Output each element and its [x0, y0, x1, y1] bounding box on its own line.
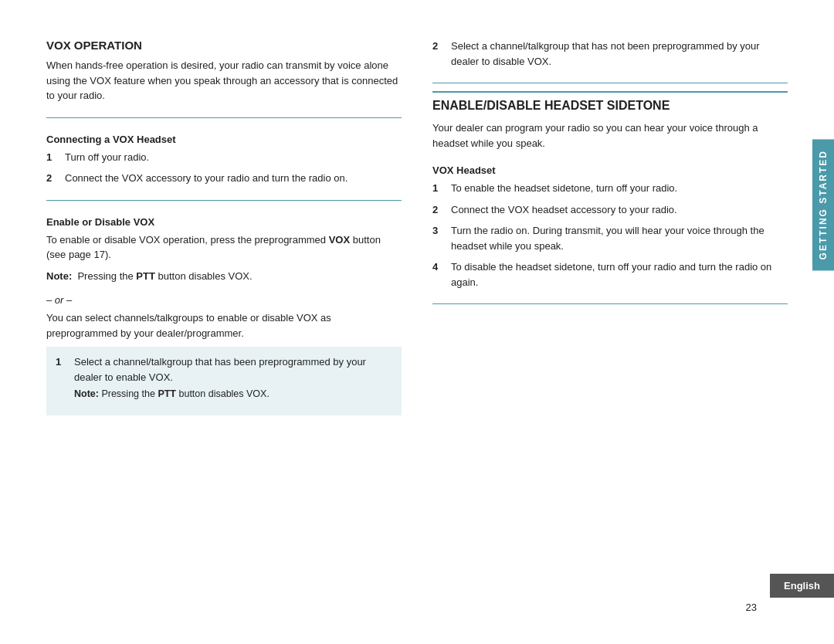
shaded-step-box: 1 Select a channel/talkgroup that has be…	[46, 347, 402, 415]
divider-2	[46, 200, 402, 201]
step-content: Select a channel/talkgroup that has been…	[74, 354, 392, 402]
vox-intro-text: When hands-free operation is desired, yo…	[46, 58, 402, 103]
page-number: 23	[746, 602, 757, 613]
divider-right-1	[432, 83, 788, 83]
note-ptt-text: Note: Pressing the PTT button disables V…	[46, 269, 402, 284]
left-column: VOX OPERATION When hands-free operation …	[46, 39, 402, 613]
right-column: 2 Select a channel/talkgroup that has no…	[432, 39, 788, 613]
step-item: 3 Turn the radio on. During transmit, yo…	[432, 223, 788, 253]
step-num: 1	[56, 354, 66, 402]
right-top-steps: 2 Select a channel/talkgroup that has no…	[432, 39, 788, 75]
step-num: 2	[46, 171, 57, 186]
shaded-note: Note: Pressing the PTT button disables V…	[74, 388, 392, 402]
or-line: – or –	[46, 294, 402, 306]
step-num: 2	[432, 39, 443, 69]
step-content: Connect the VOX headset accessory to you…	[451, 202, 788, 218]
vox-operation-heading: VOX OPERATION	[46, 39, 402, 52]
vox-headset-steps: 1 To enable the headset sidetone, turn o…	[432, 181, 788, 296]
enable-disable-heading: Enable or Disable VOX	[46, 216, 402, 228]
getting-started-tab: GETTING STARTED	[812, 139, 834, 270]
step-num: 1	[46, 150, 57, 165]
divider-right-2	[432, 303, 788, 304]
step-item: 1 To enable the headset sidetone, turn o…	[432, 181, 788, 196]
enable-disable-text: To enable or disable VOX operation, pres…	[46, 232, 402, 263]
english-tab: English	[770, 574, 834, 598]
select-channels-text: You can select channels/talkgroups to en…	[46, 310, 402, 341]
step-content: Connect the VOX accessory to your radio …	[65, 171, 402, 186]
step-item: 1 Turn off your radio.	[46, 150, 402, 165]
vox-headset-heading: VOX Headset	[432, 164, 788, 176]
connecting-heading: Connecting a VOX Headset	[46, 134, 402, 145]
step-num: 4	[432, 259, 443, 290]
step-num: 3	[432, 223, 443, 253]
step-num: 2	[432, 202, 443, 218]
enable-disable-headset-heading: ENABLE/DISABLE HEADSET SIDETONE	[432, 91, 788, 113]
step-content: Turn the radio on. During transmit, you …	[451, 223, 788, 253]
step-content: Turn off your radio.	[65, 150, 402, 165]
step-item: 2 Select a channel/talkgroup that has no…	[432, 39, 788, 69]
headset-intro: Your dealer can program your radio so yo…	[432, 120, 788, 151]
page-container: GETTING STARTED English 23 VOX OPERATION…	[0, 0, 834, 644]
step-item: 1 Select a channel/talkgroup that has be…	[56, 354, 392, 402]
step-content: To enable the headset sidetone, turn off…	[451, 181, 788, 196]
step-num: 1	[432, 181, 443, 196]
content-area: VOX OPERATION When hands-free operation …	[46, 39, 788, 613]
step-content: To disable the headset sidetone, turn of…	[451, 259, 788, 290]
connecting-steps: 1 Turn off your radio. 2 Connect the VOX…	[46, 150, 402, 192]
step-item: 2 Connect the VOX headset accessory to y…	[432, 202, 788, 218]
step-item: 2 Connect the VOX accessory to your radi…	[46, 171, 402, 186]
step-content: Select a channel/talkgroup that has not …	[451, 39, 788, 69]
divider-1	[46, 117, 402, 118]
step-item: 4 To disable the headset sidetone, turn …	[432, 259, 788, 290]
